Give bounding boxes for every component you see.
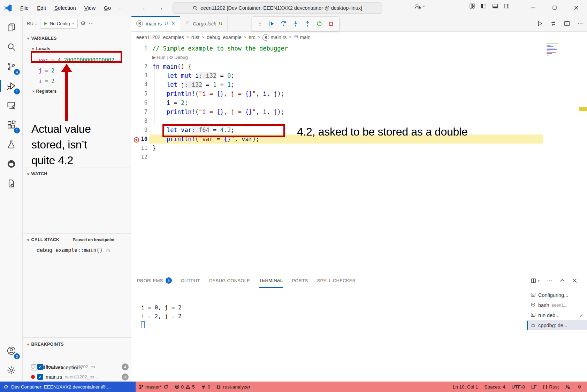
ports-status[interactable]: 0 [198, 384, 214, 390]
code-line-3[interactable]: 3 let mut i: i32 = 0; [131, 71, 587, 80]
remote-indicator[interactable]: Dev Container: EEEN1XXX2 devcontainer @ … [0, 382, 136, 392]
locals-group[interactable]: ∨ Locals [32, 46, 50, 51]
breakpoint-row-main.rs[interactable]: ✓main.rseeen11202_ex...10 [31, 372, 129, 382]
activity-github[interactable] [3, 156, 19, 172]
language-mode[interactable]: { } Rust [540, 384, 562, 390]
minimap[interactable] [547, 44, 561, 55]
panel-tab-output[interactable]: OUTPUT [181, 273, 200, 288]
breakpoints-section-header[interactable]: ∨ BREAKPOINTS [27, 342, 131, 347]
problems-status[interactable]: 0 5 [171, 384, 198, 390]
activity-remote-explorer[interactable] [3, 97, 19, 113]
cursor-position[interactable]: Ln 10, Col 1 [450, 384, 481, 390]
breadcrumb-debug_example[interactable]: debug_example [207, 34, 242, 40]
variable-row-i[interactable]: i = 2 [39, 77, 54, 86]
step-over-icon[interactable] [280, 20, 287, 27]
terminal-item-cppdbg-de-[interactable]: cppdbg: de... [527, 320, 587, 330]
terminal-item-run-deb-[interactable]: run deb...✓ [527, 310, 587, 320]
panel-tab-ports[interactable]: PORTS [292, 273, 308, 288]
drag-grip-icon[interactable] [257, 21, 263, 27]
codelens-run[interactable]: ▶ Run [152, 55, 165, 60]
toggle-sidebar-icon[interactable] [480, 3, 487, 9]
debug-settings-gear-icon[interactable]: ⚙ [81, 20, 86, 27]
terminal-item-configuring-[interactable]: Configuring... [527, 290, 587, 300]
code-line-2[interactable]: 2fn main() { [131, 62, 587, 71]
watch-section-header[interactable]: ∨ WATCH [27, 171, 131, 176]
activity-settings[interactable] [3, 362, 19, 378]
code-line-11[interactable]: 11} [131, 144, 587, 153]
activity-run-debug[interactable]: 1 [3, 78, 19, 94]
checkbox-checked[interactable]: ✓ [37, 374, 43, 380]
split-editor-icon[interactable] [564, 20, 570, 27]
command-center-search[interactable]: eeen11202 [Dev Container: EEEN1XXX2 devc… [173, 2, 382, 14]
menu-selection[interactable]: Selection [51, 3, 79, 12]
menu-file[interactable]: File [17, 3, 32, 12]
compare-changes-icon[interactable] [550, 20, 557, 27]
breadcrumb-src[interactable]: src [249, 34, 256, 40]
maximize-panel-icon[interactable] [559, 278, 565, 283]
close-tab-icon[interactable]: ✕ [171, 21, 175, 26]
terminal-layout-button[interactable]: ∨ [531, 278, 540, 284]
tab-cargo-lock[interactable]: Cargo.lockU [180, 16, 227, 31]
close-button[interactable] [565, 0, 587, 15]
continue-icon[interactable] [268, 20, 275, 27]
panel-tab-terminal[interactable]: TERMINAL [259, 273, 283, 288]
breadcrumb-rust[interactable]: rust [191, 34, 199, 40]
code-line-7[interactable]: 7 println!("i = {}, j = {}", i, j); [131, 107, 587, 116]
variable-row-j[interactable]: j = 2 [39, 66, 54, 75]
menu-view[interactable]: View [81, 3, 99, 12]
more-actions-icon[interactable]: ⋯ [547, 277, 552, 284]
activity-source-control[interactable]: 4 [3, 58, 19, 74]
rust-analyzer-status[interactable]: rust-analyzer [213, 384, 253, 390]
indentation-setting[interactable]: Spaces: 4 [481, 384, 508, 390]
step-out-icon[interactable] [304, 20, 311, 27]
code-line-4[interactable]: 4 let j: i32 = 1 + 1; [131, 80, 587, 89]
customize-layout-icon[interactable] [469, 3, 475, 9]
activity-extensions[interactable]: 1 [3, 117, 19, 133]
menu-more-button[interactable]: ⋯ [114, 5, 128, 11]
remote-account-status[interactable] [562, 384, 574, 390]
activity-testing[interactable] [3, 136, 19, 152]
nav-back-icon[interactable]: ← [142, 4, 148, 12]
encoding-setting[interactable]: UTF-8 [509, 384, 528, 390]
breadcrumb-eeen11202_examples[interactable]: eeen11202_examples [136, 34, 184, 40]
close-panel-icon[interactable] [572, 278, 577, 283]
launch-config-dropdown[interactable]: No Config ∨ [40, 19, 78, 29]
maximize-button[interactable] [544, 0, 565, 15]
stack-frame[interactable]: debug_example::main() m [37, 247, 131, 253]
code-line-6[interactable]: 6 i = 2; [131, 98, 587, 107]
call-stack-section-header[interactable]: ∨ CALL STACK [27, 237, 59, 242]
start-debug-icon[interactable] [43, 21, 48, 26]
terminal-item-bash[interactable]: basheeen1... [527, 300, 587, 310]
panel-tab-spell-checker[interactable]: SPELL CHECKER [317, 273, 356, 288]
panel-tab-debug-console[interactable]: DEBUG CONSOLE [209, 273, 250, 288]
breadcrumb-main.rs[interactable]: Rmain.rs [262, 34, 287, 41]
remote-account-button[interactable]: ∨ [414, 3, 425, 10]
activity-search[interactable] [3, 39, 19, 55]
checkbox-checked[interactable]: ✓ [37, 364, 43, 370]
toggle-secondary-sidebar-icon[interactable] [503, 3, 510, 9]
minimize-button[interactable] [522, 0, 544, 15]
terminal-output[interactable]: i = 0, j = 2 i = 2, j = 2 [141, 303, 182, 321]
activity-dev-container[interactable] [3, 175, 19, 191]
breakpoint-row-floats.rs[interactable]: ✓floats.rseeen11202_ex...4 [31, 362, 129, 371]
registers-group[interactable]: ∨ Registers [32, 89, 56, 94]
run-file-icon[interactable] [536, 20, 543, 27]
menu-go[interactable]: Go [100, 3, 114, 12]
menu-edit[interactable]: Edit [33, 3, 49, 12]
activity-account[interactable]: 2 [3, 343, 19, 359]
codelens-debug[interactable]: ⚙ Debug [169, 55, 188, 60]
nav-forward-icon[interactable]: → [157, 4, 163, 12]
toggle-panel-icon[interactable] [492, 3, 498, 9]
code-line-12[interactable]: 12 [131, 153, 587, 162]
git-branch-status[interactable]: master* [136, 384, 171, 390]
activity-explorer[interactable] [3, 19, 19, 35]
code-lens-row[interactable]: ▶ Run | ⚙ Debug [131, 53, 587, 62]
code-line-1[interactable]: 1// Simple example to show the debugger [131, 44, 587, 53]
notifications-bell[interactable] [574, 384, 587, 390]
stop-icon[interactable] [328, 21, 334, 27]
panel-tab-problems[interactable]: PROBLEMS5 [137, 273, 172, 288]
variables-section-header[interactable]: ∨ VARIABLES [27, 36, 57, 41]
more-actions-icon[interactable]: ⋯ [577, 20, 583, 27]
more-actions-icon[interactable]: ⋯ [89, 21, 94, 27]
step-into-icon[interactable] [292, 20, 299, 27]
